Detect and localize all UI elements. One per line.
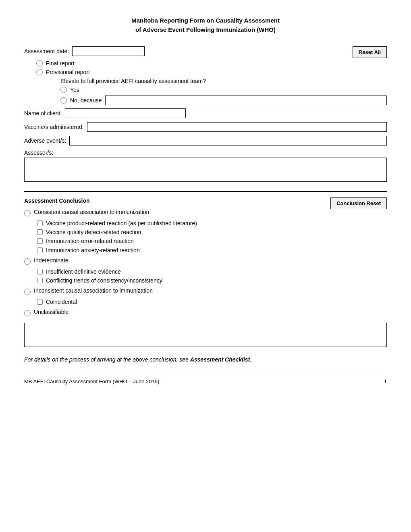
unclassifiable-row: Unclassifiable <box>24 309 387 316</box>
inconsistent-radio[interactable] <box>24 289 31 295</box>
assessors-textarea[interactable] <box>24 158 387 182</box>
name-of-client-input[interactable] <box>65 108 186 118</box>
assessment-date-label: Assessment date: <box>24 48 69 54</box>
inconsistent-label: Inconsistent causal association to immun… <box>34 287 153 294</box>
name-of-client-row: Name of client: <box>24 108 387 118</box>
conclusion-reset-button[interactable]: Conclusion Reset <box>330 197 387 209</box>
immunization-error-label: Immunization error-related reaction <box>46 237 134 245</box>
vaccines-input[interactable] <box>87 122 387 132</box>
adverse-label: Adverse event/s: <box>24 137 66 144</box>
conflicting-label: Conflicting trends of consistency/incons… <box>46 277 162 284</box>
vaccine-product-label: Vaccine product-related reaction (as per… <box>46 220 197 227</box>
final-report-label: Final report <box>46 60 75 66</box>
indeterminate-label: Indeterminate <box>34 257 68 264</box>
conclusion-textarea[interactable] <box>24 323 387 347</box>
yes-label: Yes <box>70 87 79 93</box>
no-radio[interactable] <box>60 97 67 104</box>
final-report-radio[interactable] <box>36 60 43 66</box>
footer-right: 1 <box>384 378 387 384</box>
assessors-block: Assessor/s: <box>24 150 387 183</box>
unclassifiable-radio[interactable] <box>24 310 31 316</box>
immunization-error-checkbox[interactable] <box>37 238 43 244</box>
provisional-report-label: Provisional report <box>46 69 90 75</box>
vaccines-label: Vaccine/s administered: <box>24 124 84 130</box>
no-because-row: No, because <box>60 96 387 105</box>
insufficient-label: Insufficient definitive evidence <box>46 268 121 275</box>
consistent-sub-checkboxes: Vaccine product-related reaction (as per… <box>37 220 387 254</box>
conflicting-item: Conflicting trends of consistency/incons… <box>37 277 387 284</box>
no-because-input[interactable] <box>105 96 387 105</box>
report-type-group: Final report Provisional report Elevate … <box>36 60 387 105</box>
indeterminate-sub-checkboxes: Insufficient definitive evidence Conflic… <box>37 268 387 284</box>
provisional-report-radio[interactable] <box>36 69 43 75</box>
footer-left: MB AEFI Causality Assessment Form (WHO –… <box>24 378 159 384</box>
footer-note-bold: Assessment Checklist <box>190 356 250 363</box>
indeterminate-row: Indeterminate <box>24 257 387 265</box>
yes-radio[interactable] <box>60 87 67 93</box>
immunization-anxiety-item: Immunization anxiety-related reaction <box>37 247 387 254</box>
inconsistent-sub-checkboxes: Coincidental <box>37 298 387 305</box>
page-footer: MB AEFI Causality Assessment Form (WHO –… <box>24 375 387 384</box>
assessment-date-row: Assessment date: <box>24 46 387 56</box>
consistent-radio[interactable] <box>24 210 31 216</box>
indeterminate-radio[interactable] <box>24 258 31 265</box>
inconsistent-row: Inconsistent causal association to immun… <box>24 287 387 295</box>
immunization-anxiety-checkbox[interactable] <box>37 247 43 253</box>
immunization-anxiety-label: Immunization anxiety-related reaction <box>46 247 140 254</box>
insufficient-checkbox[interactable] <box>37 269 43 274</box>
provisional-report-item: Provisional report <box>36 69 387 75</box>
adverse-row: Adverse event/s: <box>24 136 387 145</box>
no-because-label: No, because <box>70 97 102 104</box>
coincidental-item: Coincidental <box>37 298 387 305</box>
consistent-row: Consistent causal association to immuniz… <box>24 209 387 216</box>
top-section: Reset All Assessment date: Final report … <box>24 46 387 183</box>
vaccine-quality-item: Vaccine quality defect-related reaction <box>37 229 387 236</box>
footer-note: For details on the process of arriving a… <box>24 356 387 363</box>
yes-item: Yes <box>60 87 387 93</box>
consistent-label: Consistent causal association to immuniz… <box>34 209 149 215</box>
reset-all-button[interactable]: Reset All <box>353 46 387 58</box>
coincidental-checkbox[interactable] <box>37 299 43 305</box>
vaccine-quality-label: Vaccine quality defect-related reaction <box>46 229 141 236</box>
conflicting-checkbox[interactable] <box>37 278 43 283</box>
elevate-block: Elevate to full provincial AEFI causalit… <box>60 78 387 105</box>
elevate-label: Elevate to full provincial AEFI causalit… <box>60 78 387 84</box>
unclassifiable-label: Unclassifiable <box>34 309 68 315</box>
name-of-client-label: Name of client: <box>24 110 62 116</box>
coincidental-label: Coincidental <box>46 298 77 305</box>
insufficient-item: Insufficient definitive evidence <box>37 268 387 275</box>
adverse-input[interactable] <box>69 136 387 145</box>
assessors-label: Assessor/s: <box>24 150 53 156</box>
page-title: Manitoba Reporting Form on Causality Ass… <box>24 16 387 34</box>
vaccines-row: Vaccine/s administered: <box>24 122 387 132</box>
immunization-error-item: Immunization error-related reaction <box>37 237 387 245</box>
vaccine-product-checkbox[interactable] <box>37 220 43 226</box>
section-divider <box>24 191 387 192</box>
conclusion-section: Conclusion Reset Assessment Conclusion C… <box>24 197 387 348</box>
final-report-item: Final report <box>36 60 387 66</box>
assessment-date-input[interactable] <box>72 46 145 56</box>
vaccine-quality-checkbox[interactable] <box>37 229 43 235</box>
vaccine-product-item: Vaccine product-related reaction (as per… <box>37 220 387 227</box>
conclusion-options: Consistent causal association to immuniz… <box>24 209 387 316</box>
